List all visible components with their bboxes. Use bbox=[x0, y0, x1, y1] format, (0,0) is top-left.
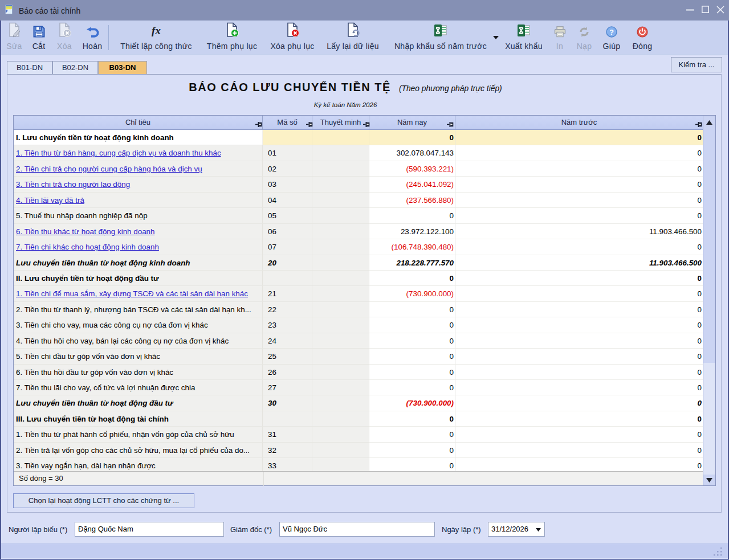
svg-text:fx: fx bbox=[152, 24, 161, 36]
